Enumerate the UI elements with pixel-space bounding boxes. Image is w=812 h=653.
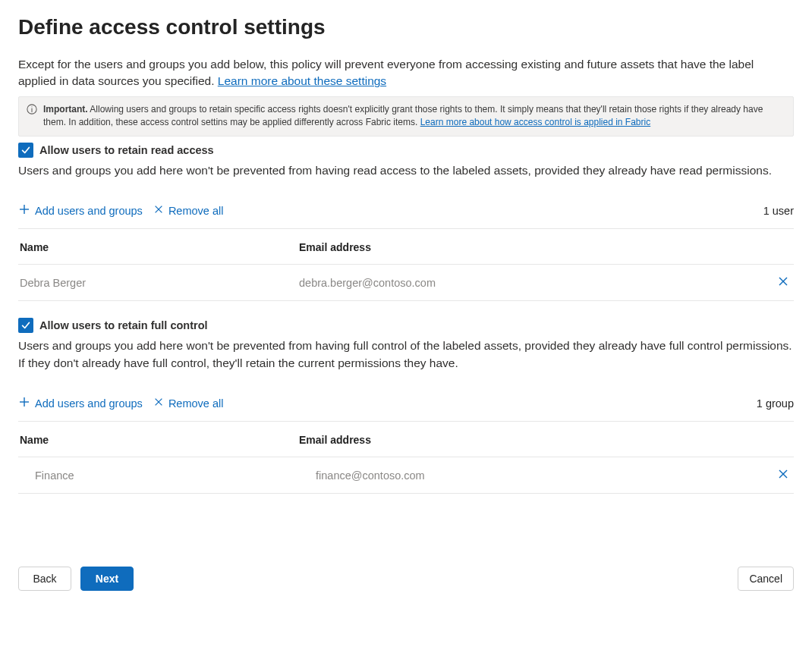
read-remove-all-button[interactable]: Remove all <box>153 204 224 217</box>
next-button[interactable]: Next <box>80 567 134 591</box>
full-col-name: Name <box>18 422 299 457</box>
close-icon <box>153 397 164 410</box>
full-add-label: Add users and groups <box>35 397 143 410</box>
read-access-label: Allow users to retain read access <box>39 144 214 156</box>
close-icon <box>153 204 164 217</box>
banner-prefix: Important. <box>43 104 88 115</box>
banner-text: Allowing users and groups to retain spec… <box>43 104 763 127</box>
full-control-description: Users and groups you add here won't be p… <box>18 337 794 372</box>
full-control-checkbox-row: Allow users to retain full control <box>18 318 794 333</box>
info-banner: Important. Allowing users and groups to … <box>18 96 794 137</box>
read-remove-label: Remove all <box>168 205 224 217</box>
back-button[interactable]: Back <box>18 567 71 591</box>
read-table: Name Email address Debra Berger debra.be… <box>18 229 794 301</box>
full-remove-label: Remove all <box>168 397 224 410</box>
read-toolbar: Add users and groups Remove all 1 user <box>18 200 794 229</box>
remove-row-button[interactable] <box>777 468 789 480</box>
full-control-label: Allow users to retain full control <box>39 319 208 331</box>
read-access-checkbox-row: Allow users to retain read access <box>18 143 794 158</box>
full-control-checkbox[interactable] <box>18 318 33 333</box>
banner-learn-more-link[interactable]: Learn more about how access control is a… <box>420 117 651 127</box>
remove-row-button[interactable] <box>777 275 789 287</box>
full-count: 1 group <box>757 397 794 410</box>
cell-name: Finance <box>18 457 299 494</box>
plus-icon <box>18 203 30 218</box>
full-col-email: Email address <box>299 422 757 457</box>
intro-text: Except for the users and groups you add … <box>18 56 794 90</box>
read-add-label: Add users and groups <box>35 205 143 217</box>
cancel-button[interactable]: Cancel <box>738 567 794 591</box>
cell-name: Debra Berger <box>18 265 299 301</box>
read-col-email: Email address <box>299 229 757 265</box>
table-row: Debra Berger debra.berger@contoso.com <box>18 265 794 301</box>
read-access-description: Users and groups you add here won't be p… <box>18 162 794 179</box>
cell-email: finance@contoso.com <box>299 457 757 494</box>
cell-email: debra.berger@contoso.com <box>299 265 757 301</box>
intro-learn-more-link[interactable]: Learn more about these settings <box>218 74 386 87</box>
full-add-users-button[interactable]: Add users and groups <box>18 396 143 410</box>
svg-point-2 <box>31 106 32 107</box>
full-toolbar: Add users and groups Remove all 1 group <box>18 393 794 422</box>
read-access-checkbox[interactable] <box>18 143 33 158</box>
footer: Back Next Cancel <box>18 567 794 594</box>
info-icon <box>27 103 37 118</box>
page-title: Define access control settings <box>18 15 794 39</box>
full-remove-all-button[interactable]: Remove all <box>153 397 224 410</box>
read-count: 1 user <box>763 205 794 217</box>
read-add-users-button[interactable]: Add users and groups <box>18 203 143 218</box>
table-row: Finance finance@contoso.com <box>18 457 794 494</box>
full-table: Name Email address Finance finance@conto… <box>18 422 794 494</box>
plus-icon <box>18 396 30 410</box>
read-col-name: Name <box>18 229 299 265</box>
